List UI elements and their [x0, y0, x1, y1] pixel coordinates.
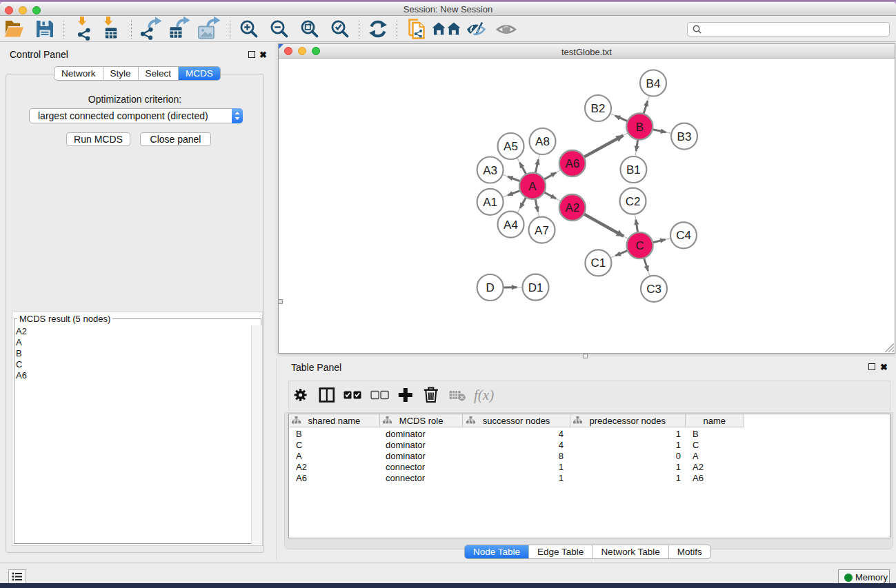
svg-text:A7: A7	[535, 224, 549, 237]
svg-text:C3: C3	[646, 283, 661, 296]
svg-text:D1: D1	[528, 281, 544, 294]
svg-text:f(x): f(x)	[474, 387, 494, 403]
svg-text:C4: C4	[676, 229, 691, 242]
svg-text:A4: A4	[504, 219, 518, 232]
svg-text:A: A	[528, 180, 537, 193]
svg-text:B2: B2	[591, 102, 606, 115]
svg-text:B1: B1	[626, 163, 641, 176]
svg-text:C2: C2	[626, 195, 641, 208]
svg-text:A6: A6	[565, 157, 579, 170]
svg-text:A3: A3	[483, 164, 497, 177]
svg-text:A5: A5	[504, 140, 518, 153]
svg-text:A1: A1	[483, 196, 497, 209]
svg-text:A2: A2	[565, 201, 579, 214]
svg-text:D: D	[486, 281, 494, 294]
svg-text:C1: C1	[591, 256, 606, 270]
svg-text:A8: A8	[535, 135, 550, 148]
svg-text:C: C	[635, 239, 644, 252]
svg-text:B3: B3	[677, 130, 692, 143]
svg-text:B4: B4	[646, 77, 661, 90]
svg-text:B: B	[636, 121, 644, 134]
